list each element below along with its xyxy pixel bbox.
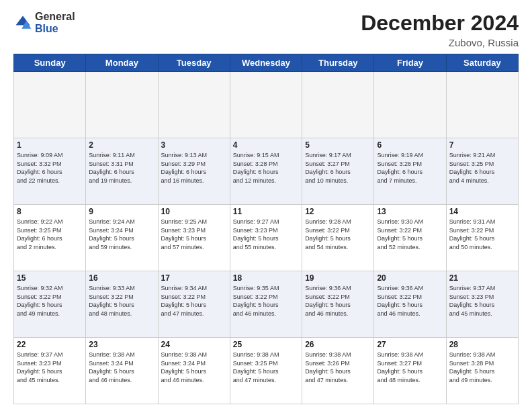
day-number: 14 [449,207,515,216]
day-number: 17 [161,273,227,283]
calendar-cell: 4Sunrise: 9:15 AM Sunset: 3:28 PM Daylig… [230,138,302,205]
day-info: Sunrise: 9:38 AM Sunset: 3:26 PM Dayligh… [305,351,371,384]
day-number: 27 [377,340,443,349]
calendar-cell [302,72,374,138]
calendar: Sunday Monday Tuesday Wednesday Thursday… [13,54,519,404]
calendar-cell: 27Sunrise: 9:38 AM Sunset: 3:27 PM Dayli… [374,338,446,404]
calendar-cell: 23Sunrise: 9:38 AM Sunset: 3:24 PM Dayli… [86,338,158,404]
day-number: 26 [305,340,371,349]
day-info: Sunrise: 9:24 AM Sunset: 3:24 PM Dayligh… [89,218,154,251]
calendar-cell: 8Sunrise: 9:22 AM Sunset: 3:25 PM Daylig… [14,205,86,271]
th-saturday: Saturday [446,54,518,72]
day-number: 23 [89,340,154,349]
calendar-cell: 25Sunrise: 9:38 AM Sunset: 3:25 PM Dayli… [230,338,302,404]
calendar-cell: 1Sunrise: 9:09 AM Sunset: 3:32 PM Daylig… [14,138,86,205]
day-info: Sunrise: 9:36 AM Sunset: 3:22 PM Dayligh… [305,284,371,318]
day-info: Sunrise: 9:27 AM Sunset: 3:23 PM Dayligh… [233,218,299,251]
subtitle: Zubovo, Russia [361,37,519,48]
day-number: 8 [17,207,83,216]
calendar-cell: 28Sunrise: 9:38 AM Sunset: 3:28 PM Dayli… [446,338,518,404]
calendar-cell: 19Sunrise: 9:36 AM Sunset: 3:22 PM Dayli… [302,271,374,338]
day-info: Sunrise: 9:38 AM Sunset: 3:25 PM Dayligh… [233,351,299,384]
day-info: Sunrise: 9:34 AM Sunset: 3:22 PM Dayligh… [161,284,227,318]
day-info: Sunrise: 9:21 AM Sunset: 3:25 PM Dayligh… [449,151,515,185]
day-number: 18 [233,273,299,283]
calendar-cell: 12Sunrise: 9:28 AM Sunset: 3:22 PM Dayli… [302,205,374,271]
day-info: Sunrise: 9:38 AM Sunset: 3:28 PM Dayligh… [449,351,515,384]
calendar-cell [374,72,446,138]
calendar-row: 8Sunrise: 9:22 AM Sunset: 3:25 PM Daylig… [14,205,519,271]
day-number: 1 [17,140,83,150]
calendar-cell [86,72,158,138]
day-number: 10 [161,207,227,216]
day-number: 13 [377,207,443,216]
weekday-header-row: Sunday Monday Tuesday Wednesday Thursday… [14,54,519,72]
day-info: Sunrise: 9:28 AM Sunset: 3:22 PM Dayligh… [305,218,371,251]
day-number: 25 [233,340,299,349]
logo-text: General Blue [35,11,75,34]
day-number: 3 [161,140,227,150]
calendar-cell: 7Sunrise: 9:21 AM Sunset: 3:25 PM Daylig… [446,138,518,205]
day-info: Sunrise: 9:15 AM Sunset: 3:28 PM Dayligh… [233,151,299,185]
calendar-cell: 9Sunrise: 9:24 AM Sunset: 3:24 PM Daylig… [86,205,158,271]
calendar-cell: 17Sunrise: 9:34 AM Sunset: 3:22 PM Dayli… [158,271,230,338]
day-info: Sunrise: 9:22 AM Sunset: 3:25 PM Dayligh… [17,218,83,251]
day-number: 19 [305,273,371,283]
day-number: 7 [449,140,515,150]
th-wednesday: Wednesday [230,54,302,72]
th-tuesday: Tuesday [158,54,230,72]
calendar-cell [446,72,518,138]
calendar-cell: 20Sunrise: 9:36 AM Sunset: 3:22 PM Dayli… [374,271,446,338]
day-info: Sunrise: 9:38 AM Sunset: 3:24 PM Dayligh… [89,351,154,384]
day-info: Sunrise: 9:37 AM Sunset: 3:23 PM Dayligh… [17,351,83,384]
day-number: 28 [449,340,515,349]
calendar-cell [158,72,230,138]
day-info: Sunrise: 9:30 AM Sunset: 3:22 PM Dayligh… [377,218,443,251]
day-info: Sunrise: 9:11 AM Sunset: 3:31 PM Dayligh… [89,151,154,185]
day-info: Sunrise: 9:38 AM Sunset: 3:24 PM Dayligh… [161,351,227,384]
day-info: Sunrise: 9:17 AM Sunset: 3:27 PM Dayligh… [305,151,371,185]
calendar-cell: 2Sunrise: 9:11 AM Sunset: 3:31 PM Daylig… [86,138,158,205]
day-number: 9 [89,207,154,216]
day-info: Sunrise: 9:37 AM Sunset: 3:23 PM Dayligh… [449,284,515,318]
day-number: 12 [305,207,371,216]
day-info: Sunrise: 9:35 AM Sunset: 3:22 PM Dayligh… [233,284,299,318]
calendar-row: 15Sunrise: 9:32 AM Sunset: 3:22 PM Dayli… [14,271,519,338]
day-info: Sunrise: 9:25 AM Sunset: 3:23 PM Dayligh… [161,218,227,251]
th-monday: Monday [86,54,158,72]
calendar-cell: 6Sunrise: 9:19 AM Sunset: 3:26 PM Daylig… [374,138,446,205]
day-number: 2 [89,140,154,150]
header: General Blue December 2024 Zubovo, Russi… [13,11,519,48]
day-number: 15 [17,273,83,283]
day-number: 21 [449,273,515,283]
main-title: December 2024 [361,11,519,36]
calendar-cell: 11Sunrise: 9:27 AM Sunset: 3:23 PM Dayli… [230,205,302,271]
calendar-cell [14,72,86,138]
calendar-cell: 15Sunrise: 9:32 AM Sunset: 3:22 PM Dayli… [14,271,86,338]
day-info: Sunrise: 9:09 AM Sunset: 3:32 PM Dayligh… [17,151,83,185]
day-number: 11 [233,207,299,216]
calendar-row: 1Sunrise: 9:09 AM Sunset: 3:32 PM Daylig… [14,138,519,205]
day-number: 16 [89,273,154,283]
th-thursday: Thursday [302,54,374,72]
day-number: 4 [233,140,299,150]
day-info: Sunrise: 9:32 AM Sunset: 3:22 PM Dayligh… [17,284,83,318]
logo-blue: Blue [35,23,75,35]
page: General Blue December 2024 Zubovo, Russi… [0,0,532,411]
day-number: 24 [161,340,227,349]
logo: General Blue [13,11,75,34]
calendar-cell: 21Sunrise: 9:37 AM Sunset: 3:23 PM Dayli… [446,271,518,338]
calendar-cell: 22Sunrise: 9:37 AM Sunset: 3:23 PM Dayli… [14,338,86,404]
calendar-cell: 10Sunrise: 9:25 AM Sunset: 3:23 PM Dayli… [158,205,230,271]
calendar-cell: 16Sunrise: 9:33 AM Sunset: 3:22 PM Dayli… [86,271,158,338]
day-info: Sunrise: 9:19 AM Sunset: 3:26 PM Dayligh… [377,151,443,185]
calendar-cell: 13Sunrise: 9:30 AM Sunset: 3:22 PM Dayli… [374,205,446,271]
th-friday: Friday [374,54,446,72]
day-info: Sunrise: 9:31 AM Sunset: 3:22 PM Dayligh… [449,218,515,251]
day-number: 20 [377,273,443,283]
calendar-cell: 26Sunrise: 9:38 AM Sunset: 3:26 PM Dayli… [302,338,374,404]
day-info: Sunrise: 9:13 AM Sunset: 3:29 PM Dayligh… [161,151,227,185]
calendar-cell: 3Sunrise: 9:13 AM Sunset: 3:29 PM Daylig… [158,138,230,205]
calendar-row [14,72,519,138]
logo-general: General [35,11,75,23]
